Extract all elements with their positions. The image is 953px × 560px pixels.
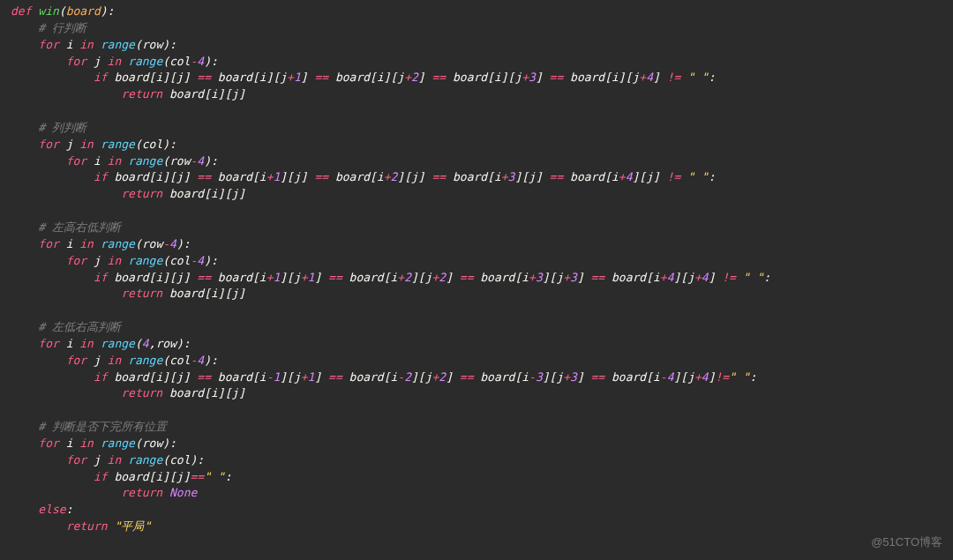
function-name: win <box>38 4 58 18</box>
param-board: board <box>66 4 101 18</box>
comment-rows: # 行判断 <box>38 21 86 34</box>
string-tie: "平局" <box>114 519 151 533</box>
comment-cols: # 列判断 <box>38 121 86 134</box>
watermark: @51CTO博客 <box>871 534 942 551</box>
kw-def: def <box>11 4 31 18</box>
comment-diag1: # 左高右低判断 <box>38 220 121 234</box>
comment-diag2: # 左低右高判断 <box>38 320 121 333</box>
code-block: def win(board): # 行判断 for i in range(row… <box>0 0 953 535</box>
comment-full: # 判断是否下完所有位置 <box>38 420 167 433</box>
